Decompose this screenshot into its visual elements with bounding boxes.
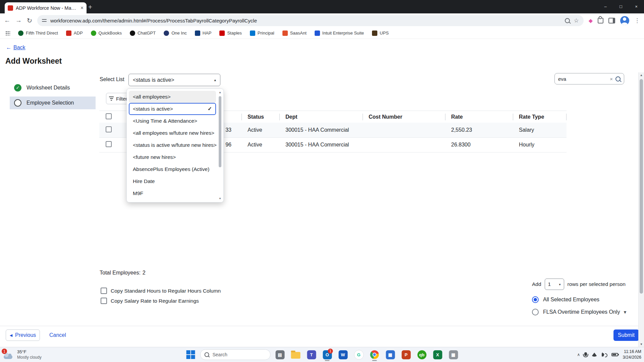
copy-standard-hours-option[interactable]: Copy Standard Hours to Regular Hours Col…: [101, 288, 221, 294]
previous-button[interactable]: ◀ Previous: [6, 329, 40, 341]
bookmark-ups[interactable]: UPS: [372, 31, 389, 36]
taskbar-app-onedrive[interactable]: ▦: [384, 348, 397, 361]
browser-tab[interactable]: ADP Workforce Now - Manage ×: [5, 2, 87, 13]
taskbar-app-chrome[interactable]: [368, 348, 381, 361]
reload-icon[interactable]: ↻: [27, 17, 32, 24]
site-info-icon[interactable]: [42, 18, 47, 23]
taskbar-app-excel[interactable]: X: [431, 348, 444, 361]
bookmark-adp[interactable]: ADP: [66, 31, 83, 36]
back-link[interactable]: ← Back: [6, 45, 25, 51]
employee-search-input[interactable]: eva ×: [554, 73, 624, 84]
tab-close-icon[interactable]: ×: [80, 5, 84, 11]
flsa-overtime-radio[interactable]: [532, 309, 539, 315]
taskbar-search[interactable]: Search: [200, 349, 271, 360]
submit-button[interactable]: Submit: [613, 329, 639, 341]
copy-salary-rate-checkbox[interactable]: [101, 298, 107, 304]
bookmark-fifth-third[interactable]: Fifth Third Direct: [18, 31, 58, 36]
bookmark-hap[interactable]: HAP: [195, 31, 212, 36]
quickbooks-favicon-icon: [91, 31, 96, 36]
battery-icon[interactable]: [611, 353, 618, 356]
back-nav-icon[interactable]: ←: [4, 17, 10, 24]
rows-per-person-dropdown[interactable]: 1 ▾: [545, 279, 564, 290]
bookmark-star-icon[interactable]: ☆: [574, 17, 579, 24]
taskbar-app-grammarly[interactable]: G: [353, 348, 365, 361]
row-checkbox[interactable]: [106, 126, 112, 132]
dropdown-option[interactable]: <status is active w/future new hires>: [129, 139, 216, 151]
dropdown-option[interactable]: <all employees w/future new hires>: [129, 127, 216, 139]
flsa-overtime-option[interactable]: FLSA Overtime Employees Only: [532, 309, 620, 315]
bookmark-saasant[interactable]: SaasAnt: [282, 31, 307, 36]
volume-icon[interactable]: [602, 353, 604, 356]
page-scroll-down-icon[interactable]: ▼: [623, 310, 627, 315]
row-checkbox[interactable]: [106, 141, 112, 147]
taskbar-app-calculator[interactable]: ▦: [447, 348, 460, 361]
close-button[interactable]: ×: [629, 0, 644, 13]
bookmark-quickbooks[interactable]: QuickBooks: [91, 31, 122, 36]
taskbar-clock[interactable]: 11:16 AM 3/24/2026: [623, 349, 641, 360]
browser-menu-icon[interactable]: ⋮: [634, 17, 640, 24]
copy-standard-hours-checkbox[interactable]: [101, 288, 107, 294]
new-tab-button[interactable]: +: [85, 2, 95, 12]
extensions-puzzle-icon[interactable]: [598, 18, 603, 23]
dropdown-option[interactable]: M9F: [129, 187, 216, 199]
select-list-dropdown[interactable]: <status is active> ▴: [128, 74, 220, 86]
dropdown-option[interactable]: <Using Time & Attendance>: [129, 115, 216, 127]
step-worksheet-details[interactable]: ✓ Worksheet Details: [10, 81, 96, 94]
taskbar-app-outlook[interactable]: O1: [321, 348, 334, 361]
selected-check-icon: ✓: [208, 104, 212, 114]
dropdown-option-selected[interactable]: <status is active> ✓: [129, 103, 216, 115]
scroll-down-icon[interactable]: ▼: [218, 197, 222, 200]
hidden-icons-chevron[interactable]: ∧: [577, 352, 580, 357]
apps-grid-icon[interactable]: [5, 31, 10, 36]
weather-cloud-icon: 1: [3, 349, 14, 361]
wifi-icon[interactable]: [591, 353, 597, 357]
dropdown-scrollbar[interactable]: ▲ ▼: [218, 91, 222, 200]
taskbar-app-file-explorer[interactable]: [289, 348, 302, 361]
search-icon[interactable]: [615, 76, 621, 81]
taskbar-app-powerpoint[interactable]: P: [400, 348, 413, 361]
profile-avatar[interactable]: [620, 16, 629, 25]
address-bar[interactable]: workforcenow.adp.com/theme/admin.html#/P…: [37, 15, 584, 26]
column-header-rate-type: Rate Type: [513, 114, 567, 120]
bookmark-intuit[interactable]: Intuit Enterprise Suite: [315, 31, 364, 36]
microphone-icon[interactable]: [584, 352, 587, 356]
select-all-checkbox[interactable]: [106, 113, 112, 119]
clock-time: 11:16 AM: [623, 349, 641, 355]
start-button[interactable]: [184, 348, 197, 361]
taskbar-app-system-window[interactable]: ▤: [274, 348, 286, 361]
scrollbar-up-icon[interactable]: ▲: [639, 73, 644, 77]
clear-search-icon[interactable]: ×: [610, 76, 613, 82]
all-selected-employees-radio[interactable]: [532, 296, 539, 303]
dropdown-option[interactable]: <all employees>: [129, 91, 216, 103]
taskbar-app-quickbooks[interactable]: qb: [416, 348, 428, 361]
bookmark-one-inc[interactable]: One Inc: [164, 31, 187, 36]
bookmark-principal[interactable]: Principal: [250, 31, 274, 36]
vertical-scrollbar[interactable]: ▲ ▼: [638, 72, 644, 347]
dropdown-option[interactable]: Hire Date: [129, 175, 216, 187]
taskbar-weather-widget[interactable]: 1 35°F Mostly cloudy: [3, 348, 42, 361]
dropdown-scrollbar-thumb[interactable]: [219, 96, 221, 167]
rows-per-person-value: 1: [548, 281, 551, 287]
scrollbar-thumb[interactable]: [640, 79, 643, 294]
dept-cell: 300015 - HAA Commercial: [279, 142, 363, 148]
step-employee-selection[interactable]: Employee Selection: [10, 97, 96, 109]
bookmark-staples[interactable]: Staples: [219, 31, 241, 36]
bookmark-chatgpt[interactable]: ChatGPT: [130, 31, 156, 36]
status-cell: Active: [241, 142, 279, 148]
copy-salary-rate-option[interactable]: Copy Salary Rate to Regular Earnings: [101, 298, 199, 304]
maximize-button[interactable]: □: [613, 0, 629, 13]
forward-nav-icon[interactable]: →: [15, 17, 22, 24]
taskbar-app-word[interactable]: W: [337, 348, 350, 361]
scrollbar-down-icon[interactable]: ▼: [639, 343, 644, 346]
cancel-link[interactable]: Cancel: [49, 332, 66, 338]
hap-favicon-icon: [195, 31, 200, 36]
scroll-up-icon[interactable]: ▲: [218, 91, 222, 94]
dropdown-option[interactable]: AbsencePlus Employees (Active): [129, 163, 216, 175]
dropdown-option[interactable]: <future new hires>: [129, 151, 216, 163]
zoom-icon[interactable]: [565, 18, 570, 23]
pinned-extension-icon[interactable]: ◆: [589, 17, 593, 24]
side-panel-icon[interactable]: [608, 18, 615, 23]
minimize-button[interactable]: –: [598, 0, 613, 13]
all-selected-employees-option[interactable]: All Selected Employees: [532, 296, 599, 303]
taskbar-app-teams[interactable]: T: [305, 348, 318, 361]
